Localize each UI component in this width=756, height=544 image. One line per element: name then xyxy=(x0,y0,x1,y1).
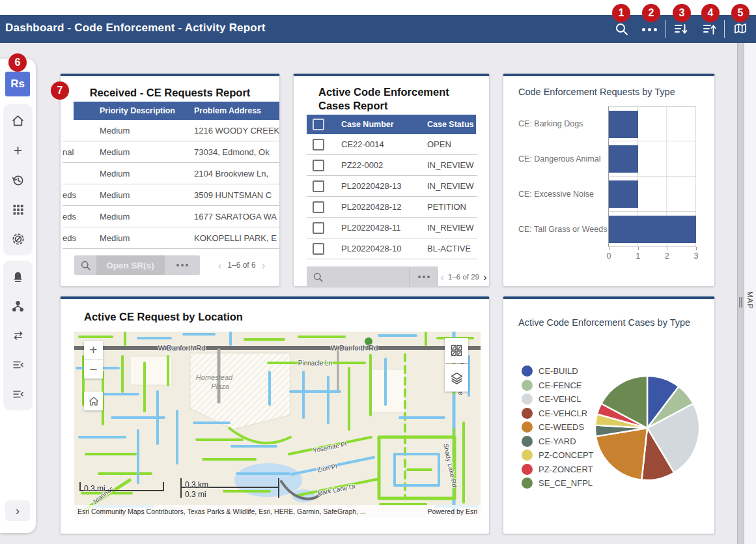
table-row[interactable]: Medium1216 WOODY CREEK xyxy=(63,120,279,141)
cell-priority: Medium xyxy=(100,147,194,157)
next-page-chevron[interactable]: › xyxy=(262,260,266,271)
panel-splitter[interactable] xyxy=(737,43,744,544)
legend-item[interactable]: PZ-ZONCERT xyxy=(522,463,594,477)
bar[interactable] xyxy=(609,111,638,138)
legend-item[interactable]: CE-VEHCLR xyxy=(522,407,594,421)
bar-chart-row: CE: Dangerous Animal xyxy=(518,141,696,177)
street-label: Homestead xyxy=(196,373,233,381)
bar[interactable] xyxy=(609,216,696,243)
sidebar-expand-chevron[interactable]: › xyxy=(5,500,30,521)
annotation-badge-4: 4 xyxy=(701,4,720,22)
select-all-checkbox[interactable] xyxy=(313,119,324,130)
table-row[interactable]: nalMedium73034, Edmond, Ok xyxy=(63,141,279,163)
annotation-badge-5: 5 xyxy=(731,4,749,22)
table-row[interactable]: edsMedium1677 SARATOGA WA xyxy=(63,206,279,227)
bar-category-label: CE: Excessive Noise xyxy=(518,177,608,212)
row-checkbox[interactable] xyxy=(313,201,324,213)
app-header: Dashboard - Code Enforcement - Activity … xyxy=(0,15,756,43)
row-checkbox[interactable] xyxy=(313,243,324,255)
table-row[interactable]: Medium2104 Brookview Ln, xyxy=(63,163,279,184)
open-sr-button[interactable]: Open SR(s) xyxy=(96,255,164,275)
table-row[interactable]: PL20220428-13IN_REVIEW xyxy=(307,176,477,197)
map-zoom-in-button[interactable]: + xyxy=(84,341,103,360)
pull-list-icon[interactable] xyxy=(10,357,26,373)
map-rail-tab[interactable]: MAP xyxy=(746,291,754,309)
legend-item[interactable]: CE-BUILD xyxy=(522,364,594,379)
table-row[interactable]: edsMedium3509 HUNTSMAN C xyxy=(63,184,279,206)
annotation-badge-1: 1 xyxy=(612,4,630,22)
legend-item[interactable]: SE_CE_NFPL xyxy=(522,476,594,491)
panel-title: Received - CE Requests Report xyxy=(61,87,279,99)
table-footer-toolbar xyxy=(307,266,438,287)
legend-item[interactable]: CE-VEHCL xyxy=(522,392,594,407)
table-search-icon[interactable] xyxy=(74,255,96,275)
panel-map: Active CE Request by Location xyxy=(60,296,490,534)
org-chart-icon[interactable] xyxy=(10,298,26,314)
layers-button[interactable] xyxy=(445,364,468,392)
table-row[interactable]: PL20220428-10BL-ACTIVE xyxy=(307,238,477,259)
bar-category-label: CE: Dangerous Animal xyxy=(518,141,608,177)
table-more-icon[interactable] xyxy=(410,266,438,287)
legend-item[interactable]: CE-WEEDS xyxy=(522,420,594,435)
apps-grid-icon[interactable] xyxy=(10,202,26,218)
table-row[interactable]: edsMediumKOKOPELLI PARK, E xyxy=(63,227,279,249)
notifications-bell-icon[interactable] xyxy=(10,269,26,285)
app-logo[interactable]: Rs xyxy=(5,72,30,96)
table-row[interactable]: PL20220428-11IN_REVIEW xyxy=(307,218,477,238)
dashboard-screen: Dashboard - Code Enforcement - Activity … xyxy=(0,0,756,544)
prev-page-chevron[interactable]: ‹ xyxy=(218,260,222,271)
legend-swatch xyxy=(522,394,533,405)
row-checkbox[interactable] xyxy=(313,160,324,171)
table-search-icon[interactable] xyxy=(307,266,329,287)
sort-descending-icon[interactable] xyxy=(673,21,689,37)
row-checkbox[interactable] xyxy=(313,180,324,192)
swap-arrows-icon[interactable] xyxy=(10,328,26,343)
street-label: Pinnacle Ln xyxy=(298,360,332,367)
table-footer-toolbar: Open SR(s) xyxy=(74,255,200,275)
map-zoom-out-button[interactable]: − xyxy=(84,360,103,379)
search-icon[interactable] xyxy=(614,21,630,37)
next-page-chevron[interactable]: › xyxy=(483,272,487,283)
bar[interactable] xyxy=(609,180,638,208)
map-home-button[interactable] xyxy=(84,392,103,410)
sort-ascending-icon[interactable] xyxy=(702,21,718,37)
history-icon[interactable] xyxy=(10,172,26,188)
add-icon[interactable]: + xyxy=(10,143,26,158)
cell-address: 1216 WOODY CREEK xyxy=(194,126,279,136)
table-row[interactable]: CE22-0014OPEN xyxy=(307,134,477,155)
bar-category-label: CE: Barking Dogs xyxy=(518,106,608,141)
settings-gear-icon[interactable] xyxy=(10,231,26,247)
bar[interactable] xyxy=(609,145,638,173)
legend-swatch xyxy=(522,450,533,461)
bar-chart-row: CE: Barking Dogs xyxy=(518,106,696,141)
legend-swatch xyxy=(522,478,533,489)
header-divider xyxy=(724,20,725,38)
legend-swatch xyxy=(522,422,533,433)
more-options-icon[interactable] xyxy=(642,21,658,37)
axis-tick xyxy=(696,247,697,250)
home-icon[interactable] xyxy=(10,113,26,128)
table-more-icon[interactable] xyxy=(165,255,200,275)
legend-label: SE_CE_NFPL xyxy=(539,478,593,488)
row-checkbox[interactable] xyxy=(313,222,324,234)
legend-item[interactable]: PZ-CONCEPT xyxy=(522,448,594,463)
pull-list-icon[interactable] xyxy=(10,386,26,402)
cell-address: 1677 SARATOGA WA xyxy=(194,212,279,222)
table-row[interactable]: PL20220428-12PETITION xyxy=(307,197,477,218)
cell-case-number: PL20220428-13 xyxy=(341,181,427,191)
legend-item[interactable]: CE-YARD xyxy=(522,435,594,449)
pagination: ‹ 1–6 of 29 › xyxy=(440,266,488,287)
row-checkbox[interactable] xyxy=(313,139,324,150)
axis-tick xyxy=(609,247,609,250)
map-icon[interactable] xyxy=(733,21,749,37)
sidebar: Rs + xyxy=(0,59,36,533)
basemap-gallery-button[interactable] xyxy=(445,338,468,363)
table-row[interactable]: PZ22-0002IN_REVIEW xyxy=(307,155,477,176)
splitter-grip-icon xyxy=(739,297,742,308)
map-canvas[interactable]: W Danforth RdW Danforth RdPinnacle LnHom… xyxy=(74,332,481,517)
column-case-status: Case Status xyxy=(427,120,476,129)
legend-label: CE-VEHCL xyxy=(539,394,581,404)
legend-item[interactable]: CE-FENCE xyxy=(522,379,594,393)
prev-page-chevron[interactable]: ‹ xyxy=(440,272,444,283)
page-range-label: 1–6 of 29 xyxy=(448,273,479,281)
